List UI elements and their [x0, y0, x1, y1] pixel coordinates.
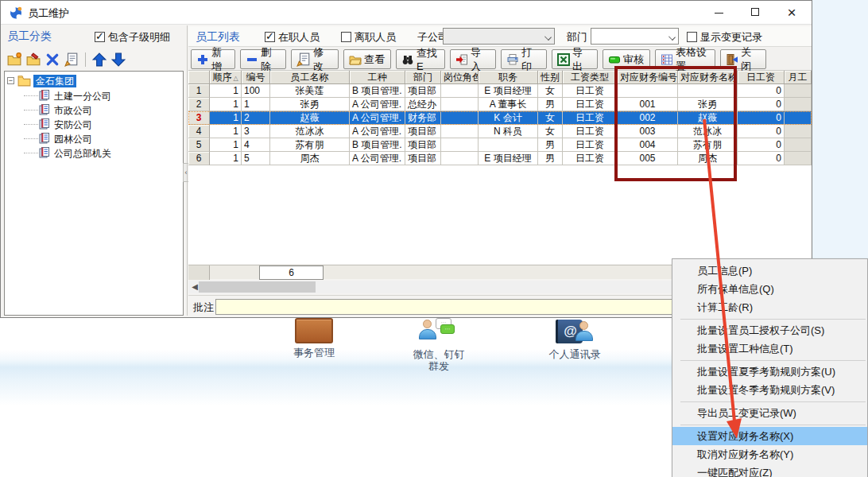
cell[interactable]: 5 — [242, 152, 270, 165]
tree-node-label[interactable]: 园林公司 — [54, 132, 92, 146]
rename-category-button[interactable] — [64, 52, 79, 67]
cell[interactable]: 总经办 — [405, 98, 441, 111]
menu-item[interactable]: 设置对应财务名称(X) — [672, 427, 867, 445]
cell[interactable] — [678, 84, 738, 98]
cell[interactable]: 002 — [618, 111, 678, 125]
cell[interactable]: 范冰冰 — [678, 125, 738, 138]
cell[interactable]: 女 — [538, 111, 563, 125]
cell[interactable]: 男 — [538, 98, 563, 111]
edit-category-button[interactable] — [26, 52, 41, 67]
cell[interactable] — [441, 111, 479, 125]
cell[interactable]: 张勇 — [270, 98, 350, 111]
delete-category-button[interactable] — [45, 52, 60, 67]
cell[interactable]: 日工资 — [563, 111, 618, 125]
cell[interactable]: 005 — [618, 152, 678, 165]
checkbox-unchecked-icon[interactable] — [687, 32, 697, 42]
titlebar[interactable]: 员工维护 × — [1, 1, 812, 25]
cell[interactable] — [785, 152, 812, 165]
cell[interactable] — [441, 84, 479, 98]
shortcut-transaction-management[interactable]: 事务管理 — [270, 318, 358, 359]
cell[interactable] — [441, 138, 479, 152]
cell[interactable]: 男 — [538, 138, 563, 152]
table-row-5[interactable]: 514苏有朋B 项目管理.项目部男日工资004苏有朋0 — [188, 138, 812, 152]
cell[interactable]: 004 — [618, 138, 678, 152]
table-row-6[interactable]: 615周杰A 公司管理.项目部E 项目经理男日工资005周杰0 — [188, 152, 812, 165]
table-settings-button[interactable]: 表格设置 — [655, 49, 715, 69]
menu-item[interactable]: 员工信息(P) — [672, 262, 867, 280]
cell[interactable]: B 项目管理. — [350, 84, 405, 98]
column-header[interactable]: 对应财务编号 — [618, 71, 678, 84]
cell[interactable]: 日工资 — [563, 138, 618, 152]
column-header[interactable]: 部门 — [405, 71, 441, 84]
cell[interactable]: E 项目经理 — [479, 152, 538, 165]
cell[interactable]: 001 — [618, 98, 678, 111]
checkbox-checked-icon[interactable] — [265, 32, 275, 42]
cell[interactable]: 项目部 — [405, 84, 441, 98]
cell[interactable]: 财务部 — [405, 111, 441, 125]
menu-item[interactable]: 计算工龄(R) — [672, 298, 867, 316]
cell[interactable]: 项目部 — [405, 138, 441, 152]
cell[interactable]: 1 — [210, 125, 242, 138]
cell[interactable]: 0 — [738, 138, 785, 152]
move-up-button[interactable] — [92, 52, 107, 67]
export-button[interactable]: 导出 — [552, 49, 598, 69]
column-header[interactable]: 职务 — [479, 71, 538, 84]
cell[interactable]: 女 — [538, 84, 563, 98]
cell[interactable]: 100 — [242, 84, 270, 98]
subsidiary-select[interactable] — [443, 28, 555, 45]
cell[interactable]: 1 — [210, 84, 242, 98]
active-staff-checkbox[interactable]: 在职人员 — [265, 30, 320, 45]
cell[interactable]: 苏有朋 — [270, 138, 350, 152]
tree-node-label[interactable]: 市政公司 — [54, 103, 92, 118]
table-row-2[interactable]: 211张勇A 公司管理.总经办A 董事长男日工资001张勇0 — [188, 98, 812, 111]
cell[interactable] — [785, 138, 812, 152]
cell[interactable]: K 会计 — [479, 111, 538, 125]
maximize-button[interactable] — [742, 1, 769, 24]
checkbox-unchecked-icon[interactable] — [341, 32, 351, 42]
cell[interactable]: 张美莲 — [270, 84, 350, 98]
cell[interactable]: 日工资 — [563, 98, 618, 111]
cell[interactable]: 赵薇 — [270, 111, 350, 125]
cell[interactable]: 4 — [242, 138, 270, 152]
resigned-staff-checkbox[interactable]: 离职人员 — [341, 30, 396, 45]
column-header[interactable]: 日工资 — [738, 71, 785, 84]
cell[interactable]: A 公司管理. — [350, 152, 405, 165]
menu-item[interactable]: 一键匹配对应(Z) — [672, 463, 867, 477]
cell[interactable] — [441, 125, 479, 138]
cell[interactable]: 1 — [242, 98, 270, 111]
tree-node-label[interactable]: 安防公司 — [54, 118, 92, 132]
cell[interactable]: 范冰冰 — [270, 125, 350, 138]
tree-node-root[interactable]: −金石集团 — [5, 74, 183, 88]
cell[interactable]: 1 — [210, 152, 242, 165]
tree-node-label[interactable]: 公司总部机关 — [54, 146, 111, 161]
table-row-1[interactable]: 11100张美莲B 项目管理.项目部E 项目经理女日工资0 — [188, 84, 812, 98]
cell[interactable]: 1 — [210, 111, 242, 125]
close-button[interactable]: 关闭 — [720, 49, 766, 69]
menu-item[interactable]: 批量设置夏季考勤规则方案(U) — [672, 363, 867, 381]
shortcut-wechat-dingtalk-broadcast[interactable]: ⋯⋯微信、钉钉群发 — [395, 318, 482, 372]
cell[interactable]: A 公司管理. — [350, 111, 405, 125]
cell[interactable]: A 董事长 — [479, 98, 538, 111]
column-header[interactable] — [188, 71, 210, 84]
collapse-icon[interactable]: − — [7, 77, 14, 84]
cell[interactable]: 周杰 — [678, 152, 738, 165]
cell[interactable]: 0 — [738, 152, 785, 165]
add-button[interactable]: 新增 — [191, 49, 235, 69]
cell[interactable] — [441, 98, 479, 111]
include-children-checkbox[interactable]: 包含子级明细 — [95, 30, 170, 45]
tree-node-child[interactable]: 安防公司 — [5, 117, 183, 131]
column-header[interactable]: 对应财务名称 — [678, 71, 738, 84]
cell[interactable]: 2 — [188, 98, 210, 111]
cell[interactable]: 日工资 — [563, 125, 618, 138]
cell[interactable]: 5 — [188, 138, 210, 152]
cell[interactable] — [785, 84, 812, 98]
delete-button[interactable]: 删除 — [240, 49, 286, 69]
cell[interactable]: A 公司管理. — [350, 125, 405, 138]
view-button[interactable]: 查看 — [343, 49, 391, 69]
cell[interactable]: 0 — [738, 125, 785, 138]
table-row-3[interactable]: 312赵薇A 公司管理.财务部K 会计女日工资002赵薇0 — [188, 111, 812, 125]
menu-item[interactable]: 批量设置工种信息(T) — [672, 339, 867, 358]
modify-button[interactable]: 修改 — [291, 49, 339, 69]
cell[interactable] — [441, 152, 479, 165]
cell[interactable]: B 项目管理. — [350, 138, 405, 152]
